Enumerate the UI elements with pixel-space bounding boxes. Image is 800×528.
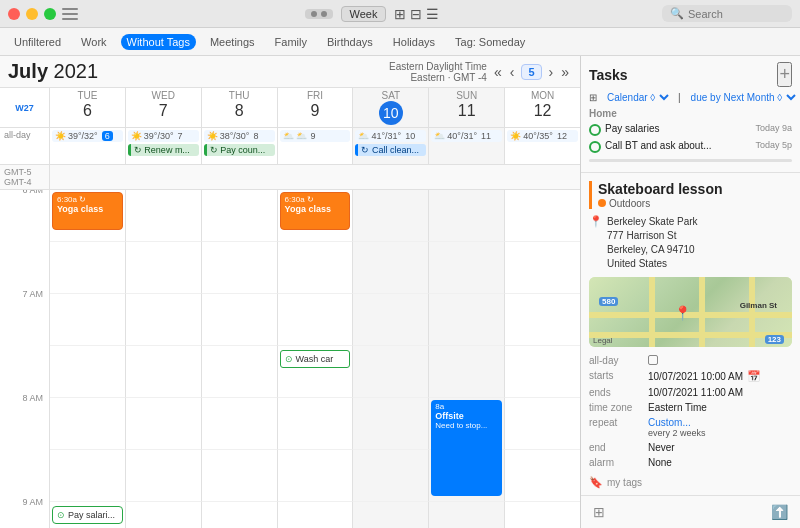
cell-tue-630[interactable] — [50, 242, 126, 294]
cell-wed-730[interactable] — [126, 346, 202, 398]
cell-fri-830[interactable] — [278, 450, 354, 502]
allday-cell-thu[interactable]: ☀️38°/30°8 ↻ Pay coun... — [202, 128, 278, 164]
cell-fri-8am[interactable] — [278, 398, 354, 450]
cell-thu-730[interactable] — [202, 346, 278, 398]
cell-tue-8am[interactable] — [50, 398, 126, 450]
day-header-wed[interactable]: WED 7 — [126, 88, 202, 127]
cell-sun-7am[interactable] — [429, 294, 505, 346]
close-button[interactable] — [8, 8, 20, 20]
filter-birthdays[interactable]: Birthdays — [321, 34, 379, 50]
event-yoga-fri[interactable]: 6:30a ↻ Yoga class — [280, 192, 351, 230]
cell-sat-6am[interactable] — [353, 190, 429, 242]
day-header-mon[interactable]: MON 12 — [505, 88, 580, 127]
filter-work[interactable]: Work — [75, 34, 112, 50]
tasks-add-button[interactable]: + — [777, 62, 792, 87]
cell-thu-8am[interactable] — [202, 398, 278, 450]
cell-wed-630[interactable] — [126, 242, 202, 294]
cell-sun-9am[interactable] — [429, 502, 505, 528]
cell-fri-730[interactable]: ⊙ Wash car — [278, 346, 354, 398]
list-icon[interactable]: ⊟ — [410, 6, 422, 22]
nav-next[interactable]: › — [546, 64, 557, 80]
week-view-button[interactable]: Week — [341, 6, 387, 22]
event-wash-car[interactable]: ⊙ Wash car — [280, 350, 351, 368]
cell-wed-8am[interactable] — [126, 398, 202, 450]
cell-sat-8am[interactable] — [353, 398, 429, 450]
cell-sat-730[interactable] — [353, 346, 429, 398]
event-pay-salaries[interactable]: ⊙ Pay salari... — [52, 506, 123, 524]
minimize-button[interactable] — [26, 8, 38, 20]
cell-tue-6am[interactable]: 6:30a ↻ Yoga class — [50, 190, 126, 242]
share-bottom-button[interactable]: ⬆️ — [767, 502, 792, 522]
cell-fri-6am[interactable]: 6:30a ↻ Yoga class — [278, 190, 354, 242]
event-call-clean[interactable]: ↻ Call clean... — [355, 144, 426, 156]
cell-thu-6am[interactable] — [202, 190, 278, 242]
cell-tue-7am[interactable] — [50, 294, 126, 346]
filter-meetings[interactable]: Meetings — [204, 34, 261, 50]
event-pay-county[interactable]: ↻ Pay coun... — [204, 144, 275, 156]
cell-sat-630[interactable] — [353, 242, 429, 294]
event-yoga-tue[interactable]: 6:30a ↻ Yoga class — [52, 192, 123, 230]
nav-next-next[interactable]: » — [558, 64, 572, 80]
cell-mon-630[interactable] — [505, 242, 580, 294]
search-input[interactable] — [688, 8, 784, 20]
cell-mon-6am[interactable] — [505, 190, 580, 242]
cell-sat-830[interactable] — [353, 450, 429, 502]
today-button[interactable]: 5 — [521, 64, 541, 80]
cell-mon-9am[interactable] — [505, 502, 580, 528]
cell-sat-7am[interactable] — [353, 294, 429, 346]
search-box[interactable]: 🔍 — [662, 5, 792, 22]
cell-sun-6am[interactable] — [429, 190, 505, 242]
cell-sun-730[interactable] — [429, 346, 505, 398]
event-map[interactable]: 580 123 Gilman St 📍 Legal — [589, 277, 792, 347]
filter-family[interactable]: Family — [269, 34, 313, 50]
day-header-sat[interactable]: SAT 10 — [353, 88, 429, 127]
menu-icon[interactable]: ☰ — [426, 6, 439, 22]
cell-mon-8am[interactable] — [505, 398, 580, 450]
detail-repeat-value[interactable]: Custom... — [648, 417, 706, 428]
cell-wed-9am[interactable] — [126, 502, 202, 528]
task-item-call-bt[interactable]: Call BT and ask about... Today 5p — [589, 138, 792, 155]
allday-cell-wed[interactable]: ☀️39°/30°7 ↻ Renew m... — [126, 128, 202, 164]
sidebar-toggle-icon[interactable] — [62, 7, 82, 21]
cell-sun-8am[interactable]: 8a Offsite Need to stop... — [429, 398, 505, 450]
event-renew[interactable]: ↻ Renew m... — [128, 144, 199, 156]
cell-fri-7am[interactable] — [278, 294, 354, 346]
cell-fri-630[interactable] — [278, 242, 354, 294]
filter-holidays[interactable]: Holidays — [387, 34, 441, 50]
day-header-sun[interactable]: SUN 11 — [429, 88, 505, 127]
cell-mon-730[interactable] — [505, 346, 580, 398]
maximize-button[interactable] — [44, 8, 56, 20]
cell-tue-830[interactable] — [50, 450, 126, 502]
event-offsite[interactable]: 8a Offsite Need to stop... — [431, 400, 502, 496]
cell-thu-830[interactable] — [202, 450, 278, 502]
detail-checkbox-allday[interactable] — [648, 355, 658, 365]
task-item-pay-salaries[interactable]: Pay salaries Today 9a — [589, 121, 792, 138]
due-filter-select[interactable]: due by Next Month ◊ — [687, 91, 799, 104]
nav-prev[interactable]: ‹ — [507, 64, 518, 80]
sidebar-bottom-button[interactable]: ⊞ — [589, 502, 609, 522]
cell-tue-9am[interactable]: ⊙ Pay salari... — [50, 502, 126, 528]
cell-wed-7am[interactable] — [126, 294, 202, 346]
cell-mon-830[interactable] — [505, 450, 580, 502]
filter-unfiltered[interactable]: Unfiltered — [8, 34, 67, 50]
cell-tue-730[interactable] — [50, 346, 126, 398]
allday-cell-sun[interactable]: 🌥️40°/31°11 — [429, 128, 505, 164]
cell-thu-630[interactable] — [202, 242, 278, 294]
allday-cell-sat[interactable]: 🌥️41°/31°10 ↻ Call clean... — [353, 128, 429, 164]
allday-cell-tue[interactable]: ☀️39°/32°6 — [50, 128, 126, 164]
allday-cell-fri[interactable]: 🌥️🌥️9 — [278, 128, 354, 164]
cell-thu-9am[interactable] — [202, 502, 278, 528]
allday-cell-mon[interactable]: ☀️40°/35°12 — [505, 128, 580, 164]
cell-thu-7am[interactable] — [202, 294, 278, 346]
day-header-fri[interactable]: FRI 9 — [278, 88, 354, 127]
day-header-tue[interactable]: TUE 6 — [50, 88, 126, 127]
calendar-filter-select[interactable]: Calendar ◊ — [603, 91, 672, 104]
grid-icon[interactable]: ⊞ — [394, 6, 406, 22]
cell-mon-7am[interactable] — [505, 294, 580, 346]
cell-wed-6am[interactable] — [126, 190, 202, 242]
cell-fri-9am[interactable] — [278, 502, 354, 528]
cell-wed-830[interactable] — [126, 450, 202, 502]
nav-prev-prev[interactable]: « — [491, 64, 505, 80]
filter-tag-someday[interactable]: Tag: Someday — [449, 34, 531, 50]
filter-without-tags[interactable]: Without Tags — [121, 34, 196, 50]
